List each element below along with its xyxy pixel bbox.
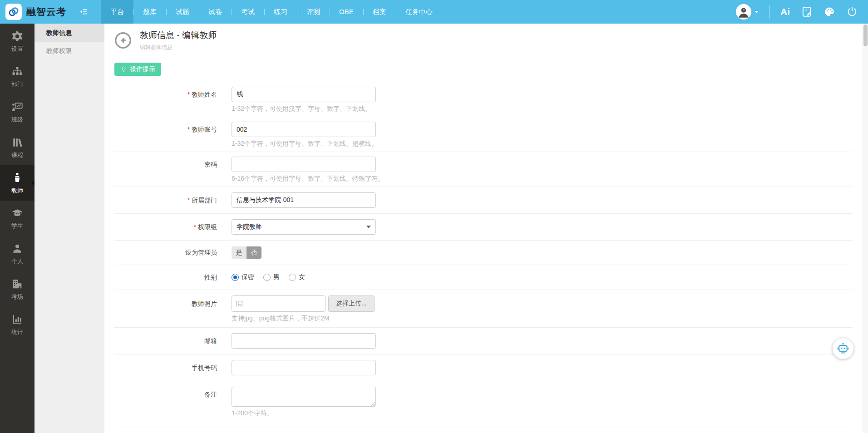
- nav-item-evaluation[interactable]: 评测: [297, 0, 330, 24]
- sidebar-item-label: 学生: [11, 222, 23, 230]
- submenu-item-teacher-permissions[interactable]: 教师权限: [35, 42, 104, 60]
- password-input[interactable]: [232, 157, 376, 172]
- sidebar-item-label: 统计: [11, 328, 23, 336]
- navbar-right: ? Ai ?: [736, 4, 868, 20]
- sidebar-item-settings[interactable]: 设置: [0, 24, 35, 59]
- collapse-menu-icon[interactable]: [79, 7, 89, 17]
- email-input[interactable]: [232, 333, 376, 349]
- field-label: 备注: [114, 387, 232, 418]
- toggle-yes-button[interactable]: 是: [232, 246, 247, 259]
- field-label: 教师照片: [114, 295, 232, 323]
- image-icon: [236, 300, 244, 308]
- field-label: 设为管理员: [114, 246, 232, 259]
- field-label: 教师账号: [114, 122, 232, 148]
- field-hint: 支持jpg、png格式图片，不超过2M: [232, 315, 853, 323]
- header-divider: [114, 57, 853, 57]
- books-icon: [11, 136, 24, 149]
- permission-group-select[interactable]: 学院教师: [232, 219, 376, 235]
- gender-radio-group: 保密 男 女: [232, 273, 853, 282]
- presentation-icon: [11, 101, 24, 113]
- nav-item-practice[interactable]: 练习: [264, 0, 297, 24]
- robot-icon: [836, 342, 850, 355]
- gear-icon: [11, 30, 24, 43]
- form-row: 设为管理员 是 否: [114, 241, 853, 265]
- back-button[interactable]: [114, 32, 132, 49]
- form-row: 密码 6-16个字符，可使用字母、数字、下划线、特殊字符。: [114, 152, 853, 187]
- nav-item-questions[interactable]: 试题: [166, 0, 199, 24]
- teacher-edit-form: 教师姓名 1-32个字符，可使用汉字、字母、数字、下划线。 教师账号 1-32个…: [114, 82, 853, 433]
- page-scrollbar[interactable]: [863, 24, 868, 433]
- nav-item-archives[interactable]: 档案: [363, 0, 396, 24]
- nav-item-task-center[interactable]: 任务中心: [396, 0, 442, 24]
- scrollbar-thumb[interactable]: [863, 25, 868, 46]
- sidebar-item-courses[interactable]: 课程: [0, 130, 35, 165]
- field-label: 密码: [114, 157, 232, 183]
- gender-secret-radio[interactable]: 保密: [232, 273, 254, 281]
- teacher-account-input[interactable]: [232, 122, 376, 137]
- chevron-down-icon: [755, 11, 758, 13]
- assistant-robot-button[interactable]: [833, 338, 853, 359]
- top-navbar: 融智云考 平台 题库 试题 试卷 考试 练习 评测 OBE 档案 任务中心 ?: [0, 0, 868, 24]
- remarks-textarea[interactable]: [232, 387, 376, 407]
- teacher-name-input[interactable]: [232, 87, 376, 102]
- sidebar-item-label: 考场: [11, 293, 23, 301]
- left-sidebar: 设置 部门 班级: [0, 24, 35, 433]
- submenu-item-teacher-info[interactable]: 教师信息: [35, 24, 104, 42]
- bulb-icon: [120, 66, 127, 73]
- sidebar-item-label: 设置: [11, 45, 23, 53]
- ai-icon[interactable]: Ai: [780, 6, 790, 17]
- sidebar-item-personal[interactable]: 个人: [0, 236, 35, 271]
- power-icon[interactable]: [846, 6, 858, 18]
- building-icon: [11, 278, 24, 290]
- form-row: 性别 保密 男 女: [114, 265, 853, 290]
- theme-palette-icon[interactable]: [824, 6, 835, 18]
- operation-tips-button[interactable]: 操作提示: [114, 63, 161, 76]
- nav-separator: [769, 5, 769, 19]
- form-row: 教师账号 1-32个字符，可使用字母、数字、下划线、短横线。: [114, 117, 853, 152]
- form-row: 手机号码: [114, 354, 853, 381]
- sidebar-item-label: 教师: [11, 187, 23, 195]
- page-subtitle: 编辑教师信息: [140, 44, 217, 51]
- photo-upload-input[interactable]: [232, 295, 326, 312]
- nav-item-platform[interactable]: 平台: [101, 0, 133, 24]
- sidebar-item-classes[interactable]: 班级: [0, 94, 35, 130]
- nav-item-exams[interactable]: 考试: [232, 0, 264, 24]
- field-hint: 1-200个字符。: [232, 409, 853, 418]
- radio-icon: [289, 274, 296, 281]
- field-label: 邮箱: [114, 333, 232, 349]
- sidebar-item-statistics[interactable]: 统计: [0, 307, 35, 342]
- field-label: 权限组: [114, 219, 232, 235]
- secondary-sidebar: 教师信息 教师权限: [35, 24, 104, 433]
- svg-text:?: ?: [743, 8, 745, 12]
- sidebar-item-departments[interactable]: 部门: [0, 59, 35, 94]
- nav-item-obe[interactable]: OBE: [330, 0, 363, 24]
- toggle-no-button[interactable]: 否: [247, 246, 261, 259]
- choose-upload-button[interactable]: 选择上传...: [328, 295, 375, 312]
- gender-male-radio[interactable]: 男: [263, 273, 280, 281]
- form-row: 备注 1-200个字符。: [114, 381, 853, 427]
- field-hint: 1-32个字符，可使用字母、数字、下划线、短横线。: [232, 140, 853, 148]
- user-menu[interactable]: ?: [736, 4, 758, 20]
- phone-input[interactable]: [232, 360, 376, 375]
- department-input[interactable]: [232, 192, 376, 208]
- cloud-logo-icon: [5, 4, 22, 20]
- field-label: 所属部门: [114, 192, 232, 208]
- person-icon: [11, 242, 24, 255]
- feedback-icon[interactable]: ?: [801, 6, 813, 18]
- sidebar-item-exam-rooms[interactable]: 考场: [0, 271, 35, 307]
- lectern-icon: [11, 172, 24, 184]
- sidebar-item-teachers[interactable]: 教师: [0, 165, 35, 201]
- operation-tips-label: 操作提示: [130, 65, 155, 74]
- org-chart-icon: [11, 65, 24, 78]
- gender-female-radio[interactable]: 女: [289, 273, 305, 281]
- radio-checked-icon: [232, 274, 239, 281]
- nav-item-papers[interactable]: 试卷: [199, 0, 232, 24]
- avatar[interactable]: ?: [736, 4, 751, 20]
- form-row: [114, 427, 853, 433]
- sidebar-item-label: 个人: [11, 257, 23, 266]
- graduation-cap-icon: [11, 207, 24, 220]
- sidebar-item-label: 课程: [11, 151, 23, 159]
- sidebar-item-students[interactable]: 学生: [0, 201, 35, 236]
- svg-text:?: ?: [805, 9, 807, 13]
- nav-item-question-bank[interactable]: 题库: [133, 0, 166, 24]
